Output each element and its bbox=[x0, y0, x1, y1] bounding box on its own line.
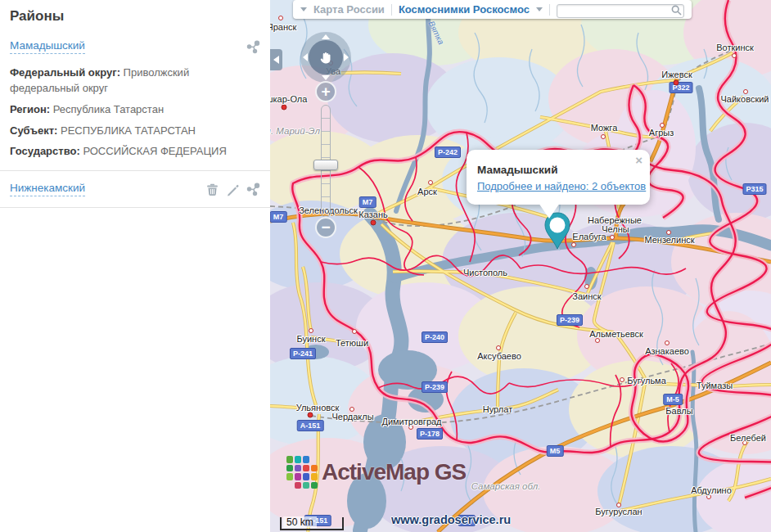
city-dot bbox=[584, 284, 589, 289]
road-badge: М7 bbox=[270, 211, 286, 223]
field-label: Регион: bbox=[10, 103, 50, 115]
scale-label: 50 km bbox=[283, 516, 317, 528]
city-label: Яранск bbox=[270, 22, 296, 32]
arrow-right-icon[interactable] bbox=[344, 53, 349, 61]
sidebar-collapse-button[interactable] bbox=[270, 49, 282, 70]
city-dot bbox=[496, 345, 501, 350]
chevron-down-icon[interactable] bbox=[536, 7, 543, 11]
city-label: Абдулино bbox=[691, 485, 732, 495]
layer-toolbar: Карта России Космоснимки Роскосмос bbox=[293, 0, 692, 19]
city-label: Йошкар-Ола bbox=[270, 94, 307, 104]
logo-text: ActiveMap GS bbox=[322, 459, 466, 485]
popup-details-link[interactable]: Подробнее и найдено: 2 объектов bbox=[477, 180, 646, 192]
zoom-slider[interactable] bbox=[321, 105, 331, 218]
pan-control[interactable] bbox=[300, 32, 351, 83]
city-label: Азнакаево bbox=[645, 346, 689, 356]
field-value: РОССИЙСКАЯ ФЕДЕРАЦИЯ bbox=[83, 145, 226, 157]
arrow-up-icon[interactable] bbox=[322, 34, 330, 39]
district-link-mamadyshsky[interactable]: Мамадышский bbox=[10, 39, 85, 54]
region-label: Респ. Марий-Эл bbox=[270, 126, 320, 136]
city-label: Бавлы bbox=[665, 406, 692, 416]
hand-icon[interactable] bbox=[309, 40, 343, 74]
road-badge: Р315 bbox=[742, 183, 766, 195]
district-row-mamadyshsky: Мамадышский bbox=[10, 39, 260, 54]
city-label: Елабуга bbox=[572, 232, 606, 241]
arrow-down-icon[interactable] bbox=[322, 75, 330, 80]
city-dot bbox=[282, 105, 287, 110]
river-label: Вятка bbox=[426, 20, 445, 46]
popup-tail bbox=[539, 203, 560, 219]
map-search bbox=[557, 2, 684, 16]
map-popup: × Мамадышский Подробнее и найдено: 2 объ… bbox=[467, 150, 650, 205]
city-dot bbox=[308, 413, 313, 418]
city-label: Буинск bbox=[296, 334, 325, 344]
city-label: Чайковский bbox=[721, 94, 769, 104]
arrow-left-icon[interactable] bbox=[303, 53, 308, 61]
city-label: Арск bbox=[417, 187, 437, 196]
road-badge: А-151 bbox=[297, 420, 324, 431]
city-dot bbox=[601, 134, 606, 139]
field-label: Субъект: bbox=[10, 124, 57, 137]
city-label: Нурлат bbox=[483, 404, 512, 414]
city-dot bbox=[732, 53, 737, 58]
city-label: Димитровград bbox=[381, 417, 441, 426]
field-label: Государство: bbox=[10, 145, 80, 157]
search-icon[interactable] bbox=[671, 4, 682, 19]
activemap-logo: ActiveMap GS bbox=[286, 456, 466, 489]
pencil-icon[interactable] bbox=[226, 183, 240, 196]
city-label: Бугуруслан bbox=[595, 507, 642, 516]
logo-mosaic-icon bbox=[286, 456, 318, 489]
field-value: РЕСПУБЛИКА ТАТАРСТАН bbox=[61, 124, 196, 137]
city-dot bbox=[610, 235, 615, 240]
city-label: Можга bbox=[591, 123, 618, 133]
city-dot bbox=[620, 377, 624, 382]
city-label: Чистополь bbox=[463, 268, 507, 277]
divider bbox=[549, 4, 550, 16]
field-value: Республика Татарстан bbox=[53, 103, 164, 115]
zoom-slider-handle[interactable] bbox=[313, 160, 338, 170]
city-dot bbox=[674, 80, 679, 86]
trash-icon[interactable] bbox=[205, 183, 219, 196]
close-icon[interactable]: × bbox=[635, 153, 642, 167]
city-label: Альметьевск bbox=[589, 329, 643, 339]
city-label: Чердаклы bbox=[331, 412, 373, 422]
city-label: Мензелинск bbox=[644, 235, 694, 245]
city-label: Туймазы bbox=[697, 381, 733, 390]
search-input[interactable] bbox=[557, 4, 684, 18]
sidebar: Районы Мамадышский Федеральный округ: Пр… bbox=[0, 0, 270, 532]
map-canvas[interactable]: Р322Р315Р-242М7М7Р-240Р-239Р-239Р-241А-1… bbox=[270, 0, 771, 532]
share-icon[interactable] bbox=[246, 183, 260, 196]
divider bbox=[0, 170, 270, 171]
scale-bar: 50 km bbox=[280, 517, 344, 530]
city-label: Воткинск bbox=[716, 43, 754, 52]
city-label: Ижевск bbox=[661, 70, 692, 79]
road-badge: М5 bbox=[547, 445, 564, 457]
city-label: Тетюши bbox=[336, 338, 368, 348]
region-label: Самарская обл. bbox=[471, 481, 541, 491]
base-layer-button[interactable]: Карта России bbox=[313, 3, 385, 16]
district-details: Федеральный округ: Приволжский федеральн… bbox=[10, 65, 260, 160]
city-label: Аксубаево bbox=[477, 351, 521, 361]
active-layer-button[interactable]: Космоснимки Роскосмос bbox=[399, 3, 530, 16]
page-title: Районы bbox=[10, 8, 260, 25]
road-badge: М7 bbox=[359, 196, 376, 208]
map-labels-layer: Р322Р315Р-242М7М7Р-240Р-239Р-239Р-241А-1… bbox=[270, 0, 771, 532]
city-label: Агрыз bbox=[649, 128, 674, 138]
city-dot bbox=[428, 180, 433, 185]
city-dot bbox=[371, 220, 376, 226]
district-link-nizhnekamsky[interactable]: Нижнекамский bbox=[10, 182, 85, 196]
chevron-down-icon[interactable] bbox=[300, 7, 307, 11]
city-dot bbox=[309, 328, 313, 333]
road-badge: М-5 bbox=[663, 394, 683, 405]
divider bbox=[391, 4, 392, 16]
attribution-link[interactable]: www.gradoservice.ru bbox=[391, 513, 511, 526]
zoom-out-button[interactable]: − bbox=[315, 217, 336, 238]
zoom-in-button[interactable]: + bbox=[315, 81, 336, 102]
road-badge: Р-239 bbox=[557, 314, 583, 326]
share-icon[interactable] bbox=[246, 40, 260, 54]
divider bbox=[0, 207, 270, 208]
road-badge: Р-242 bbox=[435, 147, 461, 158]
activemap-app: Районы Мамадышский Федеральный округ: Пр… bbox=[0, 0, 771, 532]
city-dot bbox=[278, 16, 283, 20]
field-label: Федеральный округ: bbox=[10, 66, 120, 79]
